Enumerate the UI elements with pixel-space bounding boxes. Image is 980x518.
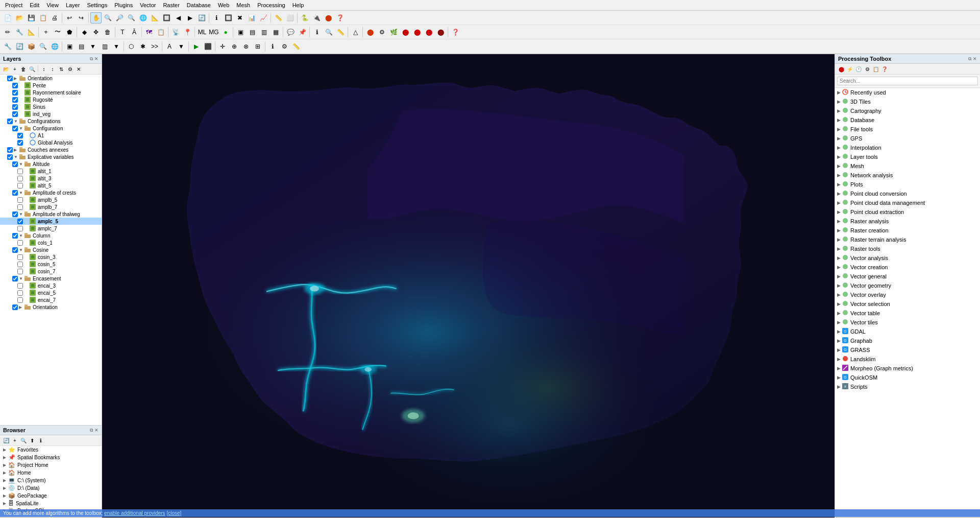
tb-zoom-layer[interactable]: 📐 — [149, 12, 160, 23]
tb-style3[interactable]: ▥ — [258, 27, 270, 38]
proc-item-10[interactable]: ▶Plots — [835, 180, 980, 189]
layer-item-23[interactable]: cols_1 — [0, 239, 102, 246]
tb-mg[interactable]: MG — [208, 27, 219, 38]
browser-tb-info[interactable]: ℹ — [37, 436, 45, 444]
tb-style2[interactable]: ▤ — [247, 27, 258, 38]
proc-item-26[interactable]: ▶GGDAL — [835, 327, 980, 336]
menu-plugins[interactable]: Plugins — [111, 1, 136, 9]
layer-check-32[interactable] — [12, 304, 18, 310]
layer-item-22[interactable]: ▼Column — [0, 232, 102, 239]
tb-redo[interactable]: ↪ — [76, 12, 87, 23]
layer-item-5[interactable]: ind_veg — [0, 110, 102, 117]
tb-qgis[interactable]: ⬤ — [323, 12, 334, 23]
tb-atlas[interactable]: 🗺 — [143, 27, 155, 38]
layer-item-17[interactable]: amplb_5 — [0, 196, 102, 203]
proc-item-21[interactable]: ▶Vector geometry — [835, 281, 980, 290]
menu-database[interactable]: Database — [184, 1, 214, 9]
proc-item-3[interactable]: ▶Database — [835, 115, 980, 125]
tb-dot[interactable]: ● — [220, 27, 231, 38]
tb-move-feat[interactable]: ✥ — [90, 27, 102, 38]
proc-item-8[interactable]: ▶Mesh — [835, 161, 980, 171]
menu-raster[interactable]: Raster — [160, 1, 182, 9]
layer-item-30[interactable]: encai_5 — [0, 289, 102, 296]
layer-check-7[interactable] — [12, 126, 18, 131]
tb-identify2[interactable]: 🔍 — [323, 27, 334, 38]
processing-panel-close[interactable]: ✕ — [973, 56, 977, 62]
tb-r3-6[interactable]: ▣ — [64, 41, 75, 52]
tb-zoom-next[interactable]: ▶ — [184, 12, 195, 23]
layer-check-23[interactable] — [17, 240, 23, 246]
tb-triangle[interactable]: △ — [350, 27, 361, 38]
layer-item-11[interactable]: ▼Explicative variables — [0, 153, 102, 160]
tb-style4[interactable]: ▦ — [270, 27, 281, 38]
proc-item-0[interactable]: ▶Recently used — [835, 88, 980, 97]
layer-item-3[interactable]: Rugosité — [0, 96, 102, 103]
layers-tb-add[interactable]: + — [11, 65, 19, 73]
proc-item-28[interactable]: ▶GGRASS — [835, 345, 980, 355]
tb-r3-1[interactable]: 🔧 — [2, 41, 13, 52]
tb-refresh[interactable]: 🔄 — [196, 12, 207, 23]
tb-red1[interactable]: ⬤ — [400, 27, 411, 38]
proc-item-24[interactable]: ▶Vector table — [835, 309, 980, 318]
layer-check-28[interactable] — [12, 276, 18, 281]
proc-item-27[interactable]: ▶GGraphab — [835, 336, 980, 345]
tb-r3-11[interactable]: >> — [149, 41, 160, 52]
layer-check-12[interactable] — [12, 161, 18, 167]
tb-r3-cross[interactable]: ✛ — [217, 41, 228, 52]
layer-item-16[interactable]: ▼Amplitude of crests — [0, 189, 102, 196]
layer-item-28[interactable]: ▼Encasement — [0, 275, 102, 282]
tb-processing[interactable]: ⚙ — [376, 27, 387, 38]
tb-r3-gear[interactable]: ⚙ — [279, 41, 290, 52]
layer-item-21[interactable]: amplc_7 — [0, 225, 102, 232]
layer-item-6[interactable]: ▼Configurations — [0, 117, 102, 125]
layer-check-2[interactable] — [12, 90, 18, 96]
proc-item-19[interactable]: ▶Vector creation — [835, 263, 980, 272]
tb-deselect[interactable]: ✖ — [234, 12, 246, 23]
processing-panel-float[interactable]: ⧉ — [968, 56, 971, 62]
proc-item-9[interactable]: ▶Network analysis — [835, 171, 980, 180]
menu-vector[interactable]: Vector — [137, 1, 159, 9]
tb-r3-4[interactable]: 🔍 — [37, 41, 48, 52]
tb-zoom-last[interactable]: ◀ — [173, 12, 184, 23]
tb-measure[interactable]: 📏 — [273, 12, 284, 23]
tb-add-line[interactable]: 〜 — [52, 27, 63, 38]
tb-plugins[interactable]: 🔌 — [311, 12, 322, 23]
layer-check-16[interactable] — [12, 190, 18, 196]
tb-label[interactable]: T — [117, 27, 128, 38]
menu-web[interactable]: Web — [215, 1, 232, 9]
tb-print[interactable]: 🖨 — [49, 12, 60, 23]
tb-identify[interactable]: ℹ — [211, 12, 222, 23]
browser-item-0[interactable]: ▶⭐Favorites — [0, 446, 102, 454]
menu-view[interactable]: View — [43, 1, 62, 9]
layer-item-15[interactable]: altit_5 — [0, 182, 102, 189]
layer-check-18[interactable] — [17, 204, 23, 210]
browser-item-5[interactable]: ▶💿D:\ (Data) — [0, 484, 102, 492]
layer-item-1[interactable]: Pente — [0, 82, 102, 89]
tb-r3-dropdown3[interactable]: ▼ — [176, 41, 187, 52]
tb-add-poly[interactable]: ⬟ — [64, 27, 75, 38]
tb-r3-8[interactable]: ▥ — [99, 41, 110, 52]
layer-item-24[interactable]: ▼Cosine — [0, 246, 102, 253]
layer-item-27[interactable]: cosin_7 — [0, 268, 102, 275]
tb-zoom-out[interactable]: 🔍 — [126, 12, 137, 23]
layer-item-20[interactable]: amplc_5 — [0, 218, 102, 225]
proc-item-29[interactable]: ▶Landsklim — [835, 355, 980, 364]
browser-item-1[interactable]: ▶📌Spatial Bookmarks — [0, 454, 102, 461]
proc-item-13[interactable]: ▶Point cloud extraction — [835, 207, 980, 217]
layer-item-18[interactable]: amplb_7 — [0, 203, 102, 210]
tb-r3-10[interactable]: ✱ — [137, 41, 149, 52]
proc-item-12[interactable]: ▶Point cloud data management — [835, 198, 980, 207]
layer-item-19[interactable]: ▼Amplitude of thalweg — [0, 210, 102, 218]
proc-item-20[interactable]: ▶Vector general — [835, 272, 980, 281]
tb-pan[interactable]: ✋ — [90, 12, 102, 23]
tb-measure2[interactable]: 📏 — [335, 27, 346, 38]
tb-help[interactable]: ❓ — [334, 12, 346, 23]
proc-tb-3[interactable]: 🕐 — [854, 65, 863, 73]
tb-r3-3[interactable]: 📦 — [26, 41, 37, 52]
tb-r3-5[interactable]: 🌐 — [49, 41, 60, 52]
layer-item-29[interactable]: encai_3 — [0, 282, 102, 289]
tb-zoom-in[interactable]: 🔎 — [114, 12, 125, 23]
proc-item-16[interactable]: ▶Raster terrain analysis — [835, 235, 980, 244]
menu-edit[interactable]: Edit — [27, 1, 42, 9]
tb-save-as[interactable]: 📋 — [37, 12, 48, 23]
